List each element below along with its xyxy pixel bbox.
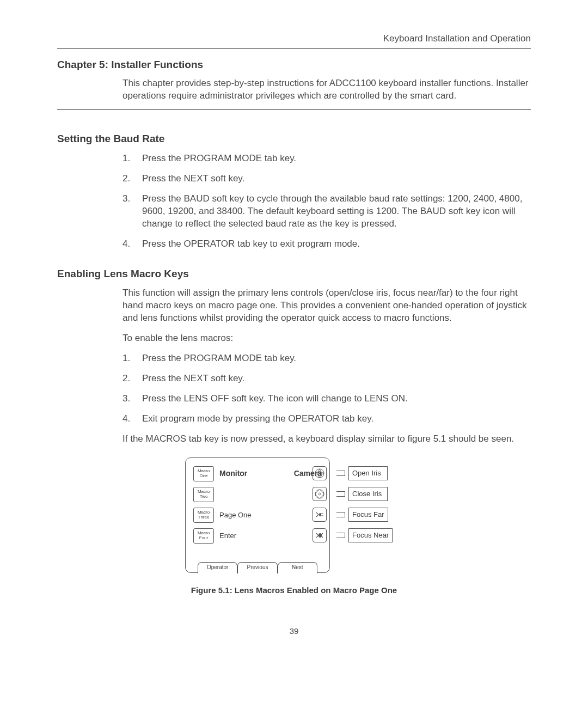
open-iris-icon	[313, 466, 327, 480]
lens-intro: This function will assign the primary le…	[122, 287, 531, 325]
lcd-screen: Macro One Monitor Camera Macro Two Macro…	[185, 457, 330, 573]
page-one-label: Page One	[219, 510, 252, 520]
chapter-title: Chapter 5: Installer Functions	[57, 58, 531, 72]
page-number: 39	[57, 626, 531, 637]
macro-two-button: Macro Two	[193, 487, 214, 502]
step-item: Press the BAUD soft key to cycle through…	[122, 193, 531, 230]
lens-steps: Press the PROGRAM MODE tab key. Press th…	[122, 352, 531, 425]
right-row-close-iris: Close Iris	[336, 486, 393, 502]
svg-point-0	[315, 469, 324, 478]
section-lens-title: Enabling Lens Macro Keys	[57, 267, 531, 281]
svg-point-4	[318, 533, 322, 538]
monitor-label: Monitor	[219, 468, 247, 479]
right-row-open-iris: Open Iris	[336, 465, 393, 481]
figure-5-1: Macro One Monitor Camera Macro Two Macro…	[57, 457, 531, 596]
enter-label: Enter	[219, 531, 236, 541]
right-row-focus-far: Focus Far	[336, 506, 393, 523]
close-iris-icon	[313, 487, 327, 501]
screen-row-1: Macro One Monitor Camera	[193, 466, 322, 482]
svg-point-1	[315, 490, 324, 498]
step-item: Press the PROGRAM MODE tab key.	[122, 352, 531, 365]
open-iris-label: Open Iris	[348, 466, 388, 480]
lens-outro: If the MACROS tab key is now pressed, a …	[122, 433, 531, 446]
step-item: Press the PROGRAM MODE tab key.	[122, 152, 531, 165]
section-baud-title: Setting the Baud Rate	[57, 132, 531, 146]
screen-row-4: Macro Four Enter	[193, 528, 322, 544]
screen-row-3: Macro Three Page One	[193, 507, 322, 523]
focus-far-label: Focus Far	[348, 508, 388, 522]
figure-caption: Figure 5.1: Lens Macros Enabled on Macro…	[57, 585, 531, 596]
focus-near-icon	[313, 528, 327, 542]
step-item: Press the OPERATOR tab key to exit progr…	[122, 238, 531, 251]
screen-tabs: Operator Previous Next	[198, 562, 317, 573]
step-item: Press the LENS OFF soft key. The icon wi…	[122, 393, 531, 405]
right-row-focus-near: Focus Near	[336, 527, 393, 544]
step-item: Press the NEXT soft key.	[122, 373, 531, 385]
macro-three-button: Macro Three	[193, 508, 214, 523]
chapter-intro: This chapter provides step-by-step instr…	[122, 77, 531, 102]
lens-lead: To enable the lens macros:	[122, 332, 531, 345]
focus-far-icon	[313, 508, 327, 522]
running-header: Keyboard Installation and Operation	[57, 33, 531, 45]
chapter-rule	[57, 109, 531, 110]
macro-four-button: Macro Four	[193, 528, 214, 544]
document-page: Keyboard Installation and Operation Chap…	[0, 0, 588, 658]
screen-row-2: Macro Two	[193, 486, 322, 503]
focus-near-label: Focus Near	[348, 528, 393, 542]
baud-steps: Press the PROGRAM MODE tab key. Press th…	[122, 152, 531, 251]
step-item: Press the NEXT soft key.	[122, 173, 531, 185]
svg-point-3	[319, 513, 321, 516]
header-rule	[57, 48, 531, 49]
macro-one-button: Macro One	[193, 466, 214, 481]
right-label-column: Open Iris Close Iris Focus Far	[336, 465, 393, 544]
tab-operator: Operator	[198, 562, 237, 573]
keyboard-display-diagram: Macro One Monitor Camera Macro Two Macro…	[185, 457, 403, 573]
tab-previous: Previous	[237, 562, 277, 573]
tab-next: Next	[278, 562, 317, 573]
svg-point-2	[318, 493, 321, 495]
close-iris-label: Close Iris	[348, 487, 388, 501]
step-item: Exit program mode by pressing the OPERAT…	[122, 413, 531, 425]
